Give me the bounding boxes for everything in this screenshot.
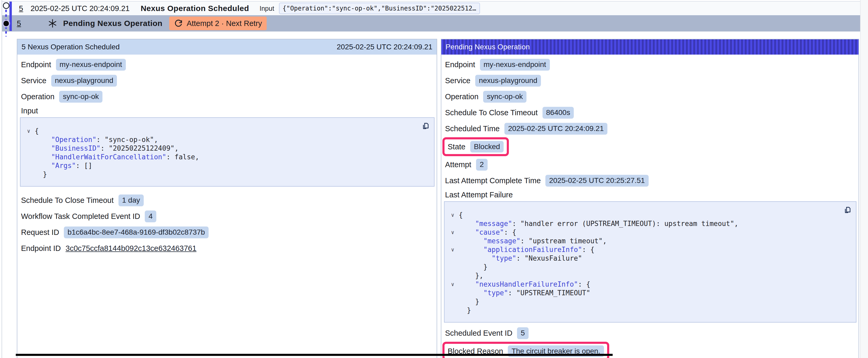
json-text: : [] bbox=[76, 161, 92, 170]
field-label: Endpoint bbox=[21, 60, 51, 69]
json-indent bbox=[35, 161, 51, 170]
json-line: } bbox=[446, 306, 838, 315]
event-timestamp: 2025-02-25 UTC 20:24:09.21 bbox=[30, 4, 129, 13]
json-text: } bbox=[475, 297, 479, 306]
json-line: "HandlerWaitForCancellation": false, bbox=[23, 153, 415, 161]
timeline-active-bar bbox=[9, 2, 12, 31]
field-label: State bbox=[448, 142, 466, 151]
field-value-badge: 2 bbox=[476, 159, 488, 170]
json-indent bbox=[35, 153, 51, 161]
json-line: "type": "UPSTREAM_TIMEOUT" bbox=[446, 289, 838, 297]
collapse-chevron-icon[interactable]: ∨ bbox=[446, 280, 459, 289]
collapse-chevron-icon[interactable]: ∨ bbox=[446, 211, 459, 220]
retry-icon bbox=[174, 19, 183, 28]
field-value-badge: b1c6a4bc-8ee7-468a-9169-df3b02c8737b bbox=[64, 227, 209, 238]
field-value-badge: 1 day bbox=[119, 194, 144, 206]
gutter bbox=[446, 237, 459, 246]
event-detail-label: Input bbox=[259, 5, 274, 12]
event-id-link[interactable]: 5 bbox=[19, 4, 23, 13]
gutter bbox=[446, 220, 459, 228]
event-title: Nexus Operation Scheduled bbox=[141, 4, 249, 13]
timeline-connector bbox=[5, 27, 7, 36]
page-left-border bbox=[2, 0, 2, 358]
field-label: Request ID bbox=[21, 228, 59, 237]
json-indent bbox=[35, 144, 51, 153]
json-line: ∨ "nexusHandlerFailureInfo": { bbox=[446, 280, 838, 289]
gutter bbox=[446, 271, 459, 280]
timeline-event-node-icon bbox=[3, 2, 9, 9]
event-history-row[interactable]: 5 2025-02-25 UTC 20:24:09.21 Nexus Opera… bbox=[2, 1, 860, 15]
json-text: }, bbox=[475, 271, 484, 280]
field-value-badge: 86400s bbox=[542, 107, 574, 118]
event-input-preview-chip[interactable]: {"Operation":"sync-op-ok","BusinessID":"… bbox=[279, 3, 480, 14]
attempt-retry-badge: Attempt 2 · Next Retry bbox=[169, 17, 267, 30]
attempt-badge-label: Attempt 2 · Next Retry bbox=[187, 19, 262, 28]
json-text: : "sync-op-ok", bbox=[96, 135, 158, 144]
event-panel-header: 5 Nexus Operation Scheduled 2025-02-25 U… bbox=[17, 39, 437, 55]
json-indent bbox=[459, 246, 484, 254]
field-value-badge: nexus-playground bbox=[51, 75, 117, 86]
json-key: "type" bbox=[484, 289, 508, 297]
field-label: Attempt bbox=[445, 160, 471, 169]
field-value-badge: sync-op-ok bbox=[59, 91, 102, 102]
screenshot-bottom-edge bbox=[16, 354, 613, 356]
json-key: "nexusHandlerFailureInfo" bbox=[475, 280, 578, 289]
json-text: : { bbox=[504, 228, 516, 237]
field-label: Endpoint ID bbox=[21, 244, 61, 253]
field-value-badge: nexus-playground bbox=[475, 75, 541, 86]
field-label: Operation bbox=[21, 92, 54, 101]
json-text: : "NexusFailure" bbox=[516, 254, 582, 263]
collapse-chevron-icon[interactable]: ∨ bbox=[446, 228, 459, 237]
json-indent bbox=[459, 280, 475, 289]
gutter bbox=[446, 254, 459, 263]
json-indent bbox=[459, 254, 492, 263]
highlight-annotation-state: State Blocked bbox=[442, 137, 509, 156]
gutter bbox=[23, 135, 35, 144]
json-key: "BusinessID" bbox=[51, 144, 101, 153]
field-workflow-task-completed-event-id: Workflow Task Completed Event ID 4 bbox=[17, 208, 437, 224]
field-label: Endpoint bbox=[445, 60, 475, 69]
pending-asterisk-icon bbox=[48, 19, 57, 28]
json-line: "message": "handler error (UPSTREAM_TIME… bbox=[446, 220, 838, 228]
field-label: Scheduled Event ID bbox=[445, 329, 512, 337]
field-endpoint: Endpoint my-nexus-endpoint bbox=[17, 57, 437, 73]
endpoint-id-link[interactable]: 3c0c75ccfa8144b092c13ce632463761 bbox=[66, 244, 196, 253]
field-state: State Blocked bbox=[444, 139, 507, 154]
copy-icon[interactable] bbox=[421, 121, 430, 131]
json-line: } bbox=[446, 263, 838, 271]
json-line: ∨ "applicationFailureInfo": { bbox=[446, 246, 838, 254]
field-scheduled-event-id: Scheduled Event ID 5 bbox=[441, 325, 859, 341]
field-value-badge: my-nexus-endpoint bbox=[480, 59, 550, 70]
collapse-chevron-icon[interactable]: ∨ bbox=[23, 127, 35, 135]
json-line: "type": "NexusFailure" bbox=[446, 254, 838, 263]
section-label: Last Attempt Failure bbox=[445, 191, 513, 199]
json-key: "HandlerWaitForCancellation" bbox=[51, 153, 166, 161]
json-text: : "20250225122409", bbox=[100, 144, 178, 153]
gutter bbox=[446, 289, 459, 297]
json-line: } bbox=[23, 170, 415, 179]
vertical-scrollbar[interactable] bbox=[860, 0, 868, 358]
timeline-connector bbox=[5, 10, 7, 20]
json-key: "message" bbox=[484, 237, 521, 246]
json-text: } bbox=[467, 306, 471, 315]
json-text: } bbox=[43, 170, 47, 179]
json-text: } bbox=[484, 263, 488, 271]
json-indent bbox=[35, 170, 43, 179]
gutter bbox=[446, 306, 459, 315]
pending-panel-title: Pending Nexus Operation bbox=[445, 43, 530, 51]
field-label: Service bbox=[445, 76, 470, 85]
copy-icon[interactable] bbox=[843, 205, 852, 216]
field-value-badge: sync-op-ok bbox=[483, 91, 526, 102]
pending-title: Pending Nexus Operation bbox=[63, 19, 162, 28]
field-label: Scheduled Time bbox=[445, 124, 500, 133]
pending-operation-row[interactable]: 5 Pending Nexus Operation Attempt 2 · Ne… bbox=[2, 15, 860, 32]
pending-id-link[interactable]: 5 bbox=[17, 19, 21, 28]
json-line: "Args": [] bbox=[23, 161, 415, 170]
collapse-chevron-icon[interactable]: ∨ bbox=[446, 246, 459, 254]
json-key: "cause" bbox=[475, 228, 504, 237]
timeline-pending-node-icon bbox=[3, 21, 9, 26]
json-indent bbox=[459, 297, 475, 306]
field-last-attempt-complete-time: Last Attempt Complete Time 2025-02-25 UT… bbox=[441, 173, 859, 189]
field-value-badge: 2025-02-25 UTC 20:24:09.21 bbox=[504, 123, 608, 134]
field-operation: Operation sync-op-ok bbox=[441, 89, 859, 105]
